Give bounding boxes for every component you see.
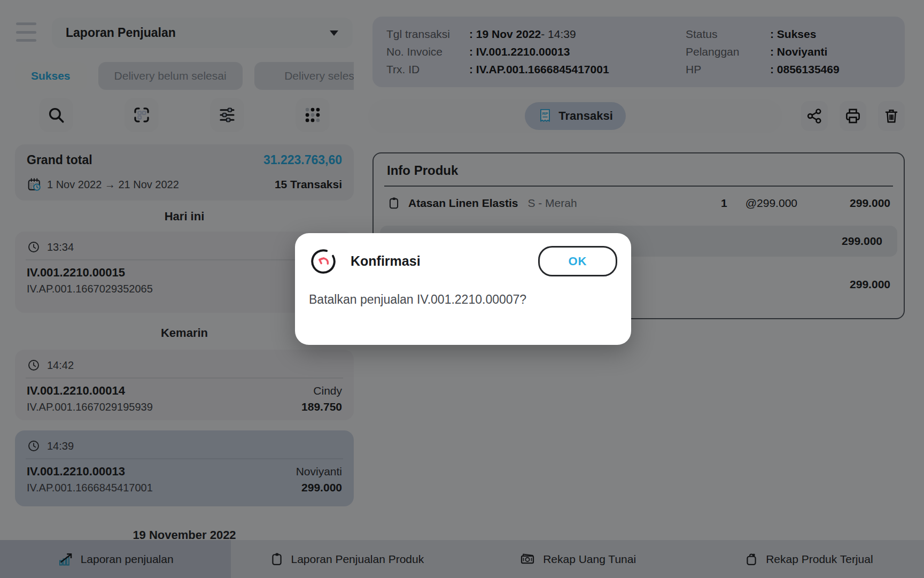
dialog-title: Konfirmasi xyxy=(351,253,421,269)
ok-button[interactable]: OK xyxy=(538,246,617,276)
back-undo-icon xyxy=(309,247,338,276)
dialog-message: Batalkan penjualan IV.001.2210.00007? xyxy=(309,292,617,307)
app-screen: Laporan Penjualan Tgl transaksi : 19 Nov… xyxy=(0,0,924,578)
confirmation-dialog: Konfirmasi OK Batalkan penjualan IV.001.… xyxy=(295,233,631,345)
